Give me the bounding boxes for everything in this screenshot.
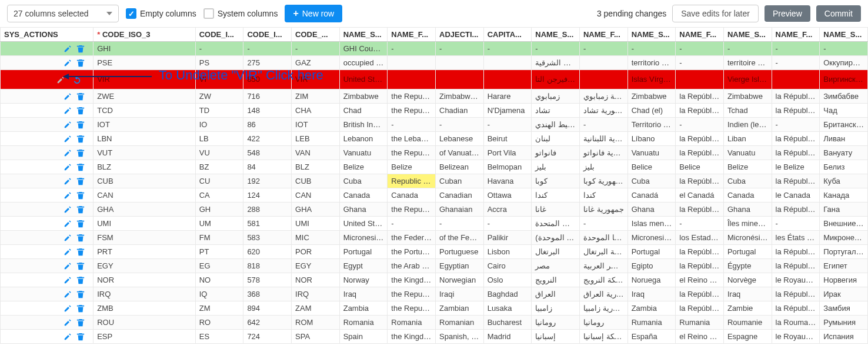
data-cell[interactable]: the Republic [388, 89, 436, 103]
data-cell[interactable]: IOT [94, 117, 196, 131]
edit-icon[interactable] [64, 303, 72, 312]
data-cell[interactable]: la República [676, 301, 724, 315]
data-cell[interactable]: la República [676, 287, 724, 301]
edit-icon[interactable] [64, 58, 72, 67]
data-cell[interactable]: Lusaka [483, 301, 532, 315]
trash-icon[interactable] [76, 233, 85, 241]
data-cell[interactable]: Belize [388, 160, 436, 174]
data-cell[interactable]: Zambia [627, 301, 676, 315]
trash-icon[interactable] [76, 317, 85, 326]
data-cell[interactable]: Espagne [723, 329, 772, 343]
data-cell[interactable]: la République [772, 202, 820, 216]
trash-icon[interactable] [76, 331, 85, 340]
data-cell[interactable]: España [627, 329, 676, 343]
commit-button[interactable]: Commit [816, 5, 861, 22]
data-cell[interactable]: - [292, 42, 340, 56]
data-cell[interactable]: Zambian [436, 301, 484, 315]
data-cell[interactable]: el Canadá [676, 188, 724, 202]
data-cell[interactable]: 581 [243, 216, 292, 230]
data-cell[interactable] [436, 56, 484, 70]
data-cell[interactable]: CHA [292, 103, 340, 117]
data-cell[interactable]: FSM [94, 230, 196, 244]
data-cell[interactable]: - [483, 117, 532, 131]
data-cell[interactable]: Canadian [436, 188, 484, 202]
data-cell[interactable]: - [772, 56, 820, 70]
data-cell[interactable]: Norway [339, 273, 388, 287]
data-cell[interactable]: جمهورية العراق [579, 287, 627, 301]
column-header[interactable]: NAME_F... [579, 28, 627, 42]
data-cell[interactable]: VUT [94, 145, 196, 160]
data-cell[interactable]: IOT [292, 117, 340, 131]
data-cell[interactable]: Zimbabwe [723, 89, 772, 103]
data-cell[interactable]: Zimbabwe [627, 89, 676, 103]
data-cell[interactable]: Islas Vírgene [627, 70, 676, 89]
data-cell[interactable] [388, 70, 436, 89]
data-cell[interactable]: - [532, 42, 580, 56]
trash-icon[interactable] [76, 162, 85, 171]
data-cell[interactable]: 894 [243, 301, 292, 315]
column-header[interactable]: CODE_I... [243, 28, 292, 42]
data-cell[interactable]: Romania [388, 315, 436, 329]
data-cell[interactable]: la República [676, 258, 724, 273]
edit-icon[interactable] [64, 204, 72, 213]
data-cell[interactable]: Cuban [436, 174, 484, 188]
data-cell[interactable]: Romania [339, 315, 388, 329]
data-cell[interactable]: - [579, 117, 627, 131]
data-cell[interactable]: la República [676, 103, 724, 117]
data-cell[interactable]: of Vanuatu, V [436, 145, 484, 160]
data-cell[interactable]: IRQ [94, 287, 196, 301]
data-cell[interactable]: UMI [94, 216, 196, 230]
data-cell[interactable]: the Lebanese [388, 131, 436, 145]
data-cell[interactable]: NOR [94, 273, 196, 287]
edit-icon[interactable] [64, 317, 72, 326]
data-cell[interactable]: la Roumanie [772, 315, 820, 329]
trash-icon[interactable] [76, 303, 85, 312]
data-cell[interactable]: Roumanie [723, 315, 772, 329]
data-cell[interactable]: غانا [532, 202, 580, 216]
data-cell[interactable]: Liban [723, 131, 772, 145]
data-cell[interactable]: Canada [339, 188, 388, 202]
edit-icon[interactable] [64, 261, 72, 270]
data-cell[interactable]: the Republic [388, 301, 436, 315]
data-cell[interactable]: Chad [339, 103, 388, 117]
data-cell[interactable]: the Federate [388, 230, 436, 244]
data-cell[interactable]: 642 [243, 315, 292, 329]
data-cell[interactable]: GHI [94, 42, 196, 56]
data-cell[interactable]: Ghana [627, 202, 676, 216]
data-cell[interactable]: Ирак [820, 287, 868, 301]
data-cell[interactable]: جمهورية زامبيا [579, 301, 627, 315]
data-cell[interactable]: - [483, 42, 532, 56]
data-cell[interactable]: EGY [292, 258, 340, 273]
data-cell[interactable]: Iraq [339, 287, 388, 301]
data-cell[interactable]: Замбия [820, 301, 868, 315]
data-cell[interactable]: Zimbabwe [339, 89, 388, 103]
data-cell[interactable]: جزر فيرجن التا [532, 70, 580, 89]
data-cell[interactable]: 578 [243, 273, 292, 287]
data-cell[interactable]: 548 [243, 145, 292, 160]
data-cell[interactable]: 84 [243, 160, 292, 174]
data-cell[interactable]: ZWE [94, 89, 196, 103]
data-cell[interactable]: Portugal [723, 244, 772, 258]
data-cell[interactable]: - [723, 42, 772, 56]
data-cell[interactable]: ES [195, 329, 243, 343]
column-header[interactable]: NAME_S... [532, 28, 580, 42]
data-cell[interactable]: the Kingdom [388, 273, 436, 287]
data-cell[interactable]: فانواتو [532, 145, 580, 160]
data-cell[interactable]: Ottawa [483, 188, 532, 202]
column-header[interactable]: NAME_S... [820, 28, 868, 42]
data-cell[interactable]: BZ [195, 160, 243, 174]
data-cell[interactable]: - [436, 216, 484, 230]
edit-icon[interactable] [64, 331, 72, 340]
data-cell[interactable]: les États fédé [772, 230, 820, 244]
data-cell[interactable]: le Canada [772, 188, 820, 202]
data-cell[interactable] [436, 70, 484, 89]
trash-icon[interactable] [76, 105, 85, 114]
column-header[interactable]: NAME_S... [627, 28, 676, 42]
data-cell[interactable]: la République [772, 287, 820, 301]
data-cell[interactable]: - [772, 216, 820, 230]
edit-icon[interactable] [64, 218, 72, 227]
data-cell[interactable]: كندا [579, 188, 627, 202]
data-cell[interactable]: جمهورية كوبا [579, 174, 627, 188]
data-cell[interactable]: Куба [820, 174, 868, 188]
data-cell[interactable]: 583 [243, 230, 292, 244]
